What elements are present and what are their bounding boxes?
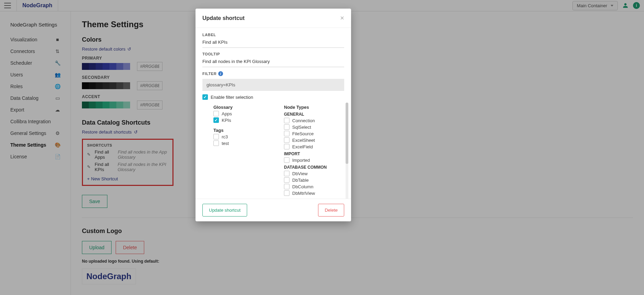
nodetype-item-label: DbColumn <box>292 184 313 189</box>
nodetype-item[interactable]: Connection <box>284 118 344 123</box>
glossary-item[interactable]: Apps <box>213 111 274 116</box>
checkbox[interactable] <box>284 190 289 196</box>
scrollbar-thumb[interactable] <box>346 103 348 164</box>
glossary-item-label: Apps <box>222 111 232 116</box>
nodetype-item[interactable]: DbTable <box>284 177 344 183</box>
nodetype-item[interactable]: ExcelSheet <box>284 137 344 143</box>
nodetypes-title: Node Types <box>284 105 344 110</box>
nodetype-group-title: DATABASE COMMON <box>284 165 344 170</box>
glossary-item[interactable]: KPIs <box>213 117 274 123</box>
glossary-title: Glossary <box>213 105 274 110</box>
tags-title: Tags <box>213 128 274 133</box>
nodetype-group-title: SNOWFLAKE <box>284 198 344 199</box>
nodetype-item-label: DbView <box>292 171 308 176</box>
tag-item-label: test <box>222 141 229 146</box>
nodetype-item[interactable]: DbMtrlView <box>284 190 344 196</box>
tooltip-field-label: TOOLTIP <box>202 52 344 56</box>
nodetype-item-label: FileSource <box>292 131 314 136</box>
nodetype-item[interactable]: DbView <box>284 171 344 176</box>
modal-title: Update shortcut <box>202 15 245 21</box>
filter-right-col: Node Types GENERALConnectionSqlSelectFil… <box>284 103 344 199</box>
filter-field-label: FILTER i <box>202 71 344 76</box>
checkbox[interactable] <box>213 134 219 139</box>
filter-readonly <box>202 79 344 91</box>
checkbox[interactable] <box>284 171 289 176</box>
enable-filter-row[interactable]: Enable filter selection <box>202 94 344 100</box>
filter-selection: Glossary AppsKPIs Tags rc3test Node Type… <box>202 103 344 199</box>
tag-item[interactable]: rc3 <box>213 134 274 139</box>
info-icon[interactable]: i <box>218 71 223 76</box>
checkbox[interactable] <box>284 184 289 189</box>
nodetype-item[interactable]: ExcelField <box>284 144 344 149</box>
enable-filter-checkbox[interactable] <box>202 94 208 100</box>
scrollbar[interactable] <box>346 103 348 199</box>
nodetype-item[interactable]: Imported <box>284 157 344 163</box>
nodetype-item-label: DbTable <box>292 178 309 183</box>
close-icon[interactable]: × <box>340 14 344 22</box>
update-shortcut-modal: Update shortcut × LABEL TOOLTIP FILTER i… <box>196 9 351 221</box>
nodetype-item-label: Connection <box>292 118 315 123</box>
checkbox[interactable] <box>213 117 219 123</box>
nodetype-item-label: ExcelField <box>292 144 313 149</box>
nodetype-item-label: SqlSelect <box>292 125 311 130</box>
nodetype-item-label: ExcelSheet <box>292 138 315 143</box>
nodetype-item[interactable]: FileSource <box>284 131 344 136</box>
filter-left-col: Glossary AppsKPIs Tags rc3test <box>213 103 274 199</box>
modal-footer: Update shortcut Delete <box>196 199 351 221</box>
nodetype-item[interactable]: SqlSelect <box>284 124 344 130</box>
delete-shortcut-button[interactable]: Delete <box>318 204 344 217</box>
update-shortcut-button[interactable]: Update shortcut <box>202 204 247 217</box>
tag-item-label: rc3 <box>222 134 228 139</box>
nodetype-item[interactable]: DbColumn <box>284 184 344 189</box>
checkbox[interactable] <box>284 124 289 130</box>
enable-filter-label: Enable filter selection <box>211 95 253 100</box>
label-field-label: LABEL <box>202 33 344 37</box>
nodetype-group-title: GENERAL <box>284 112 344 117</box>
checkbox[interactable] <box>284 137 289 143</box>
nodetype-item-label: Imported <box>292 158 310 163</box>
tag-item[interactable]: test <box>213 140 274 146</box>
glossary-item-label: KPIs <box>222 118 231 123</box>
checkbox[interactable] <box>213 140 219 146</box>
tooltip-input[interactable] <box>202 56 344 67</box>
checkbox[interactable] <box>284 118 289 123</box>
modal-header: Update shortcut × <box>196 9 351 28</box>
checkbox[interactable] <box>284 157 289 163</box>
checkbox[interactable] <box>284 177 289 183</box>
label-input[interactable] <box>202 37 344 48</box>
nodetype-item-label: DbMtrlView <box>292 191 315 196</box>
nodetype-group-title: IMPORT <box>284 151 344 156</box>
modal-body: LABEL TOOLTIP FILTER i Enable filter sel… <box>196 28 351 199</box>
checkbox[interactable] <box>213 111 219 116</box>
checkbox[interactable] <box>284 144 289 149</box>
checkbox[interactable] <box>284 131 289 136</box>
